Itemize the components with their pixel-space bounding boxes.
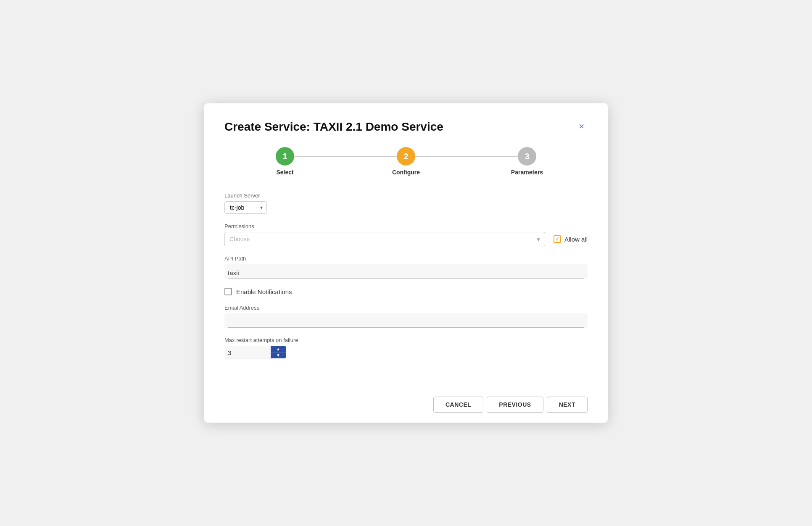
step-1: 1 Select	[224, 147, 345, 176]
enable-notifications-label: Enable Notifications	[236, 288, 292, 295]
modal-header: Create Service: TAXII 2.1 Demo Service ×	[224, 120, 588, 134]
spinner-buttons: ▲ ▼	[271, 346, 286, 358]
modal-footer: CANCEL PREVIOUS NEXT	[224, 388, 588, 423]
email-address-label: Email Address	[224, 305, 588, 311]
allow-all-wrapper: ✓ Allow all	[554, 235, 588, 243]
spinner-down-button[interactable]: ▼	[271, 352, 286, 359]
step-2-circle: 2	[397, 147, 415, 166]
max-restart-group: Max restart attempts on failure ▲ ▼	[224, 337, 588, 358]
form-section: Launch Server tc-job tc-server default ▾…	[224, 192, 588, 378]
permissions-label: Permissions	[224, 223, 588, 229]
permissions-select[interactable]	[224, 232, 545, 246]
max-restart-input[interactable]	[224, 346, 271, 358]
permissions-group: Permissions ▾ Choose ✓ Allow all	[224, 223, 588, 246]
close-button[interactable]: ×	[575, 120, 588, 133]
max-restart-input-bg	[224, 346, 271, 358]
stepper: 1 Select 2 Configure 3 Parameters	[224, 147, 588, 176]
previous-button[interactable]: PREVIOUS	[487, 397, 543, 413]
allow-all-label: Allow all	[564, 236, 588, 243]
launch-server-select[interactable]: tc-job tc-server default	[224, 201, 267, 214]
email-address-input[interactable]	[228, 315, 584, 328]
step-1-label: Select	[276, 169, 293, 176]
enable-notifications-checkbox[interactable]	[224, 288, 232, 295]
step-3-label: Parameters	[511, 169, 543, 176]
permissions-row: ▾ Choose ✓ Allow all	[224, 232, 588, 246]
step-3: 3 Parameters	[467, 147, 588, 176]
email-address-input-bg	[224, 313, 588, 328]
launch-server-label: Launch Server	[224, 192, 588, 199]
max-restart-spinner: ▲ ▼	[224, 346, 588, 358]
step-2-label: Configure	[392, 169, 420, 176]
launch-server-group: Launch Server tc-job tc-server default ▾	[224, 192, 588, 214]
step-1-circle: 1	[276, 147, 294, 166]
email-address-group: Email Address	[224, 305, 588, 328]
step-3-circle: 3	[518, 147, 536, 166]
api-path-group: API Path	[224, 255, 588, 279]
create-service-modal: Create Service: TAXII 2.1 Demo Service ×…	[204, 103, 608, 423]
allow-all-checkbox[interactable]: ✓	[554, 235, 561, 243]
step-2: 2 Configure	[345, 147, 467, 176]
api-path-label: API Path	[224, 255, 588, 262]
spinner-up-button[interactable]: ▲	[271, 346, 286, 352]
modal-title: Create Service: TAXII 2.1 Demo Service	[224, 120, 443, 134]
api-path-input-bg	[224, 264, 588, 279]
cancel-button[interactable]: CANCEL	[433, 397, 483, 413]
next-button[interactable]: NEXT	[547, 397, 588, 413]
enable-notifications-row: Enable Notifications	[224, 288, 588, 295]
launch-server-select-wrapper: tc-job tc-server default ▾	[224, 201, 267, 214]
api-path-input[interactable]	[228, 266, 584, 279]
max-restart-label: Max restart attempts on failure	[224, 337, 588, 343]
permissions-select-wrapper: ▾ Choose	[224, 232, 545, 246]
allow-all-checkmark: ✓	[555, 237, 559, 242]
